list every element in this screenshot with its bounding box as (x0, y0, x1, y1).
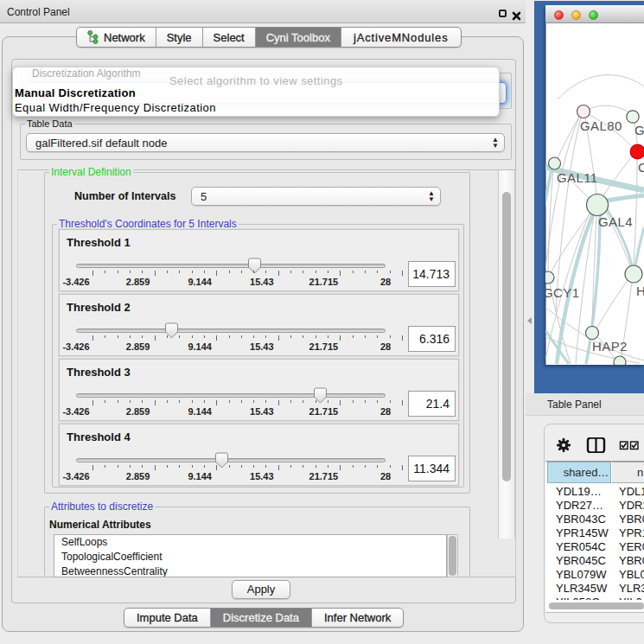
svg-text:C: C (638, 160, 644, 175)
svg-text:HAP2: HAP2 (592, 339, 628, 354)
svg-text:H: H (636, 284, 644, 298)
svg-text:GCY1: GCY1 (545, 285, 579, 300)
svg-text:GA: GA (634, 123, 644, 137)
svg-text:GAL80: GAL80 (580, 118, 622, 133)
svg-text:GAL4: GAL4 (598, 214, 633, 229)
svg-text:GAL11: GAL11 (557, 170, 598, 185)
